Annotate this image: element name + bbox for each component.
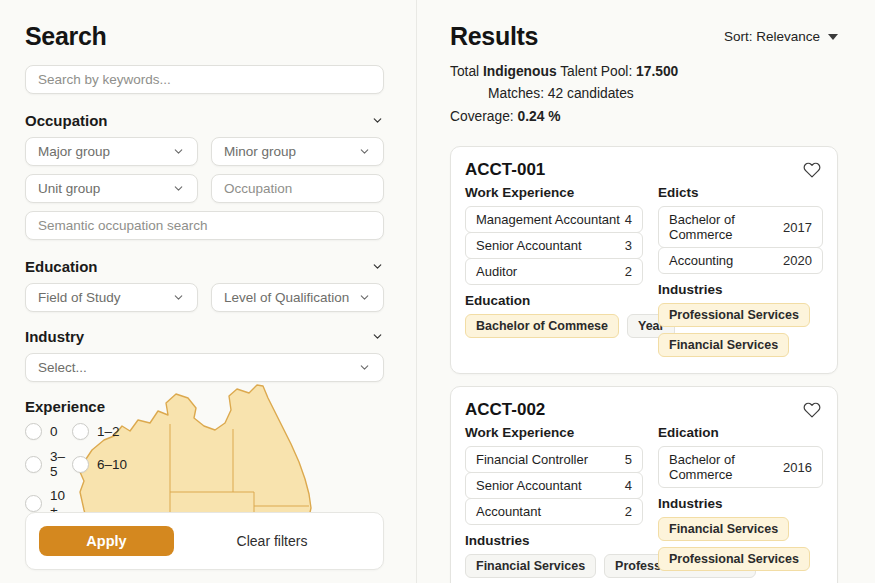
occupation-input[interactable] bbox=[211, 174, 384, 203]
favorite-button[interactable] bbox=[801, 399, 823, 421]
industry-tag: Financial Services bbox=[658, 333, 789, 357]
experience-option-label: 1–2 bbox=[97, 424, 120, 439]
favorite-button[interactable] bbox=[801, 159, 823, 181]
experience-radio-1-2[interactable]: 1–2 bbox=[72, 423, 120, 440]
heart-icon bbox=[803, 161, 821, 179]
industry-section-header[interactable]: Industry bbox=[25, 328, 384, 345]
experience-radio-3-5[interactable]: 3–5 bbox=[25, 449, 72, 479]
field-of-study-value: Field of Study bbox=[38, 290, 121, 305]
semantic-occupation-input[interactable] bbox=[25, 211, 384, 240]
radio-circle-icon bbox=[25, 423, 42, 440]
qualification-year: 2017 bbox=[783, 220, 812, 235]
heart-icon bbox=[803, 401, 821, 419]
chevron-down-icon bbox=[371, 330, 384, 343]
role-years: 2 bbox=[625, 264, 632, 279]
experience-radio-group: 0 1–2 3–5 6–10 10 + bbox=[25, 423, 185, 518]
work-experience-row: Senior Accountant4 bbox=[465, 472, 643, 499]
education-section-label: Education bbox=[25, 258, 98, 275]
work-experience-label: Work Experience bbox=[465, 425, 643, 440]
candidate-id: ACCT-002 bbox=[465, 400, 545, 420]
card-right-column: Edicts Bachelor of Commerce2017 Accounti… bbox=[658, 185, 823, 357]
sort-dropdown[interactable]: Sort: Relevance bbox=[724, 29, 838, 44]
card-header: ACCT-002 bbox=[465, 399, 823, 421]
experience-radio-0[interactable]: 0 bbox=[25, 423, 58, 440]
level-of-qualification-value: Level of Qualification bbox=[224, 290, 349, 305]
occupation-section-header[interactable]: Occupation bbox=[25, 112, 384, 129]
keyword-search-input[interactable] bbox=[25, 65, 384, 94]
experience-section-label: Experience bbox=[25, 398, 105, 415]
qualification-row: Bachelor of Commerce2017 bbox=[658, 206, 823, 248]
industry-tag: Professional Services bbox=[658, 303, 810, 327]
stats-line-1: Total Indigenous Talent Pool: 17.500Matc… bbox=[450, 61, 838, 106]
role-years: 2 bbox=[625, 504, 632, 519]
chevron-down-icon bbox=[172, 145, 185, 158]
role-name: Management Accountant bbox=[476, 212, 620, 227]
role-years: 4 bbox=[625, 478, 632, 493]
industries-label: Industries bbox=[465, 533, 643, 548]
industry-tags: Professional Services Financial Services bbox=[658, 303, 823, 357]
qualification-list: Bachelor of Commerce2016 bbox=[658, 446, 823, 488]
field-of-study-select[interactable]: Field of Study bbox=[25, 283, 198, 312]
role-name: Auditor bbox=[476, 264, 517, 279]
qualification-name: Bachelor of Commerce bbox=[669, 212, 783, 242]
experience-option-label: 3–5 bbox=[50, 449, 72, 479]
major-group-select[interactable]: Major group bbox=[25, 137, 198, 166]
level-of-qualification-select[interactable]: Level of Qualification bbox=[211, 283, 384, 312]
education-label: Education bbox=[465, 293, 643, 308]
card-left-column: Work Experience Financial Controller5 Se… bbox=[465, 425, 643, 578]
unit-group-select[interactable]: Unit group bbox=[25, 174, 198, 203]
apply-button[interactable]: Apply bbox=[39, 526, 174, 556]
card-right-column: Edication Bachelor of Commerce2016 Indus… bbox=[658, 425, 823, 571]
industry-tag: Financial Services bbox=[465, 554, 596, 578]
results-panel: Results Sort: Relevance Total Indigenous… bbox=[418, 0, 875, 583]
results-title: Results bbox=[450, 22, 538, 51]
education-section-header[interactable]: Education bbox=[25, 258, 384, 275]
edication-label: Edication bbox=[658, 425, 823, 440]
chevron-down-icon bbox=[172, 182, 185, 195]
role-name: Senior Accountant bbox=[476, 238, 582, 253]
work-experience-row: Senior Accountant3 bbox=[465, 232, 643, 259]
education-tags: Bachelor of Commese Year bbox=[465, 314, 643, 338]
qualification-row: Accounting2020 bbox=[658, 247, 823, 274]
clear-filters-button[interactable]: Clear filters bbox=[174, 533, 370, 549]
minor-group-value: Minor group bbox=[224, 144, 296, 159]
total-pool-suffix: Talent Pool: bbox=[557, 64, 637, 79]
radio-circle-icon bbox=[25, 495, 42, 512]
unit-group-value: Unit group bbox=[38, 181, 100, 196]
matches-count: Matches: 42 candidates bbox=[488, 83, 634, 105]
industry-tag: Financial Services bbox=[658, 517, 789, 541]
work-experience-row: Financial Controller5 bbox=[465, 446, 643, 473]
industry-tag: Professional Services bbox=[658, 547, 810, 571]
chevron-down-icon bbox=[358, 291, 371, 304]
industries-label: Industries bbox=[658, 282, 823, 297]
industry-select[interactable]: Select... bbox=[25, 353, 384, 382]
chevron-down-icon bbox=[371, 260, 384, 273]
candidate-card-acct-002: ACCT-002 Work Experience Financial Contr… bbox=[450, 386, 838, 583]
total-pool-prefix: Total bbox=[450, 64, 483, 79]
role-name: Accountant bbox=[476, 504, 541, 519]
card-columns: Work Experience Management Accountant4 S… bbox=[465, 185, 823, 357]
chevron-down-icon bbox=[358, 145, 371, 158]
role-name: Financial Controller bbox=[476, 452, 588, 467]
candidate-id: ACCT-001 bbox=[465, 160, 545, 180]
work-experience-list: Management Accountant4 Senior Accountant… bbox=[465, 206, 643, 285]
work-experience-list: Financial Controller5 Senior Accountant4… bbox=[465, 446, 643, 525]
experience-option-label: 0 bbox=[50, 424, 58, 439]
industry-section-label: Industry bbox=[25, 328, 84, 345]
major-group-value: Major group bbox=[38, 144, 110, 159]
work-experience-row: Auditor2 bbox=[465, 258, 643, 285]
work-experience-label: Work Experience bbox=[465, 185, 643, 200]
role-years: 3 bbox=[625, 238, 632, 253]
industry-tags: Financial Services Professional Services bbox=[658, 517, 823, 571]
experience-radio-6-10[interactable]: 6–10 bbox=[72, 449, 127, 479]
work-experience-row: Management Accountant4 bbox=[465, 206, 643, 233]
industry-tags: Financial Services Professional Services bbox=[465, 554, 643, 578]
results-header: Results Sort: Relevance bbox=[450, 22, 838, 51]
role-years: 5 bbox=[625, 452, 632, 467]
minor-group-select[interactable]: Minor group bbox=[211, 137, 384, 166]
candidate-card-acct-001: ACCT-001 Work Experience Management Acco… bbox=[450, 146, 838, 374]
qualification-year: 2020 bbox=[783, 253, 812, 268]
qualification-name: Bachelor of Commerce bbox=[669, 452, 783, 482]
qualification-name: Accounting bbox=[669, 253, 733, 268]
caret-down-icon bbox=[828, 34, 838, 40]
